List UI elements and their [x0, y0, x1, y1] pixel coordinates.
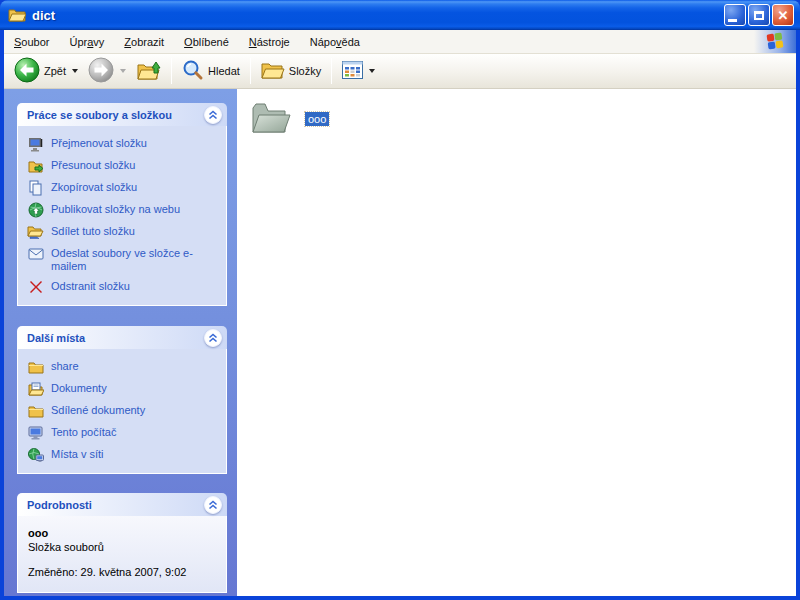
menu-upravy[interactable]: Úpravy	[59, 30, 114, 53]
place-share[interactable]: share	[27, 359, 220, 375]
collapse-chevron-icon[interactable]	[204, 329, 222, 347]
toolbar-separator	[171, 58, 172, 84]
panel-other-places-header[interactable]: Další místa	[17, 326, 227, 349]
panel-title: Další místa	[27, 332, 85, 344]
windows-logo-band	[754, 30, 796, 53]
folders-label: Složky	[289, 65, 321, 77]
panel-file-tasks: Práce se soubory a složkou	[17, 103, 227, 306]
back-icon	[14, 57, 40, 85]
task-label[interactable]: Přesunout složku	[51, 158, 135, 172]
panel-other-places: Další místa	[17, 326, 227, 474]
menu-bar: Soubor Úpravy Zobrazit Oblíbené Nástroje…	[4, 30, 796, 54]
up-button[interactable]	[132, 56, 165, 86]
folder-icon	[27, 403, 44, 419]
forward-button[interactable]	[84, 55, 130, 87]
place-sdilene-dokumenty[interactable]: Sdílené dokumenty	[27, 403, 220, 419]
task-label[interactable]: Odeslat soubory ve složce e-mailem	[51, 246, 220, 273]
panel-other-places-body: share Dokumenty	[17, 349, 227, 474]
windows-logo-icon	[765, 31, 785, 53]
forward-dropdown-icon	[120, 69, 126, 73]
back-dropdown-icon[interactable]	[72, 69, 78, 73]
task-label[interactable]: Publikovat složky na webu	[51, 202, 180, 216]
toolbar: Zpět	[4, 54, 796, 89]
folder-tile-ooo[interactable]: ooo	[248, 99, 329, 139]
menu-oblibene[interactable]: Oblíbené	[174, 30, 239, 53]
back-button[interactable]: Zpět	[10, 55, 82, 87]
window-title: dict	[32, 8, 722, 23]
computer-icon	[27, 425, 44, 441]
email-icon	[27, 246, 44, 262]
place-label[interactable]: Dokumenty	[51, 381, 107, 395]
folder-icon	[27, 359, 44, 375]
panel-details-header[interactable]: Podrobnosti	[17, 493, 227, 516]
details-modified-date: Změněno: 29. května 2007, 9:02	[28, 566, 216, 578]
place-label[interactable]: share	[51, 359, 79, 373]
search-button[interactable]: Hledat	[178, 57, 244, 85]
minimize-button[interactable]	[724, 4, 746, 26]
place-dokumenty[interactable]: Dokumenty	[27, 381, 220, 397]
views-button[interactable]	[338, 59, 379, 83]
rename-icon	[27, 136, 44, 152]
toolbar-separator	[250, 58, 251, 84]
panel-title: Práce se soubory a složkou	[27, 109, 172, 121]
maximize-icon	[754, 11, 764, 20]
task-rename-folder[interactable]: Přejmenovat složku	[27, 136, 220, 152]
details-folder-name: ooo	[28, 527, 216, 539]
minimize-icon	[728, 19, 737, 22]
panel-details-body: ooo Složka souborů Změněno: 29. května 2…	[17, 516, 227, 593]
task-delete-folder[interactable]: Odstranit složku	[27, 279, 220, 295]
task-email-folder[interactable]: Odeslat soubory ve složce e-mailem	[27, 246, 220, 273]
documents-icon	[27, 381, 44, 397]
details-folder-type: Složka souborů	[28, 541, 216, 553]
menu-nastroje[interactable]: Nástroje	[239, 30, 300, 53]
menu-zobrazit[interactable]: Zobrazit	[114, 30, 174, 53]
task-label[interactable]: Zkopírovat složku	[51, 180, 137, 194]
place-label[interactable]: Tento počítač	[51, 425, 116, 439]
place-tento-pocitac[interactable]: Tento počítač	[27, 425, 220, 441]
explorer-window: dict ✕ Soubor Úpravy Zobrazit Oblíbené N…	[0, 0, 800, 600]
panel-file-tasks-body: Přejmenovat složku Přesunout složku	[17, 126, 227, 306]
task-move-folder[interactable]: Přesunout složku	[27, 158, 220, 174]
task-publish-folder[interactable]: Publikovat složky na webu	[27, 202, 220, 218]
up-folder-icon	[136, 58, 161, 84]
place-label[interactable]: Sdílené dokumenty	[51, 403, 145, 417]
place-mista-v-siti[interactable]: Místa v síti	[27, 447, 220, 463]
publish-icon	[27, 202, 44, 218]
window-folder-icon	[8, 7, 26, 24]
delete-icon	[27, 279, 44, 295]
place-label[interactable]: Místa v síti	[51, 447, 104, 461]
task-copy-folder[interactable]: Zkopírovat složku	[27, 180, 220, 196]
back-label: Zpět	[44, 65, 66, 77]
folder-tile-label[interactable]: ooo	[305, 112, 329, 126]
menu-soubor[interactable]: Soubor	[4, 30, 59, 53]
panel-file-tasks-header[interactable]: Práce se soubory a složkou	[17, 103, 227, 126]
task-share-folder[interactable]: Sdílet tuto složku	[27, 224, 220, 240]
file-list-area[interactable]: ooo	[237, 89, 796, 596]
collapse-chevron-icon[interactable]	[204, 496, 222, 514]
menu-napoveda[interactable]: Nápověda	[300, 30, 370, 53]
toolbar-separator	[331, 58, 332, 84]
content-area: Práce se soubory a složkou	[4, 89, 796, 596]
search-label: Hledat	[208, 65, 240, 77]
task-label[interactable]: Přejmenovat složku	[51, 136, 147, 150]
network-icon	[27, 447, 44, 463]
task-label[interactable]: Sdílet tuto složku	[51, 224, 135, 238]
copy-icon	[27, 180, 44, 196]
maximize-button[interactable]	[748, 4, 770, 26]
panel-details: Podrobnosti ooo Složka souborů Změněno: …	[17, 493, 227, 593]
views-dropdown-icon[interactable]	[369, 69, 375, 73]
task-label[interactable]: Odstranit složku	[51, 279, 130, 293]
large-folder-icon	[248, 99, 292, 139]
move-icon	[27, 158, 44, 174]
folders-button[interactable]: Složky	[257, 58, 325, 84]
close-button[interactable]: ✕	[772, 4, 794, 26]
forward-icon	[88, 57, 114, 85]
collapse-chevron-icon[interactable]	[204, 106, 222, 124]
share-folder-icon	[27, 224, 44, 240]
folders-icon	[261, 60, 285, 82]
menubar-spacer	[370, 30, 754, 53]
task-pane-sidebar: Práce se soubory a složkou	[4, 89, 237, 596]
window-frame: Soubor Úpravy Zobrazit Oblíbené Nástroje…	[0, 30, 800, 600]
views-icon	[342, 61, 363, 81]
panel-title: Podrobnosti	[27, 499, 92, 511]
